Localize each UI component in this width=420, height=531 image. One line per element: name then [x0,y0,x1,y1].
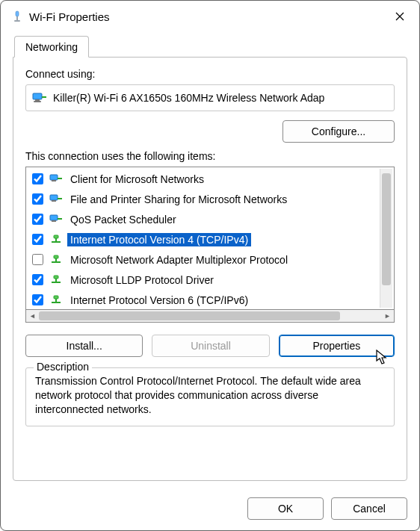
client-icon [49,214,63,226]
client-icon [49,193,63,205]
list-item[interactable]: File and Printer Sharing for Microsoft N… [29,189,380,209]
items-label: This connection uses the following items… [25,150,395,162]
hscroll-thumb[interactable] [39,311,340,320]
item-label: Internet Protocol Version 4 (TCP/IPv4) [67,233,251,246]
protocol-icon [49,274,63,286]
svg-rect-10 [52,180,56,181]
svg-rect-29 [54,296,58,299]
svg-rect-17 [58,218,62,220]
adapter-name: Killer(R) Wi-Fi 6 AX1650s 160MHz Wireles… [53,92,324,104]
wifi-properties-icon [11,10,23,22]
cancel-button[interactable]: Cancel [331,497,407,520]
svg-rect-23 [54,255,58,258]
svg-rect-9 [50,175,58,180]
list-item[interactable]: Internet Protocol Version 6 (TCP/IPv6) [29,290,380,308]
properties-button[interactable]: Properties [279,335,395,357]
svg-rect-8 [42,96,46,98]
protocol-icon [49,234,63,246]
svg-rect-13 [52,200,56,202]
titlebar: Wi-Fi Properties [1,1,419,31]
svg-rect-14 [58,198,62,199]
list-item[interactable]: Microsoft Network Adapter Multiplexor Pr… [29,249,380,270]
close-button[interactable] [389,6,410,27]
item-checkbox[interactable] [32,234,43,245]
svg-rect-16 [52,220,56,222]
item-checkbox[interactable] [32,254,43,265]
client-icon [49,173,63,185]
item-label: File and Printer Sharing for Microsoft N… [67,193,290,206]
list-item[interactable]: QoS Packet Scheduler [29,209,380,229]
protocol-icon [49,294,63,306]
svg-rect-7 [34,101,41,102]
svg-rect-11 [58,178,62,179]
item-label: Microsoft Network Adapter Multiplexor Pr… [67,253,291,267]
connection-items-list[interactable]: Client for Microsoft NetworksFile and Pr… [25,167,395,310]
item-checkbox[interactable] [32,294,43,305]
network-adapter-icon [32,92,47,104]
adapter-box[interactable]: Killer(R) Wi-Fi 6 AX1650s 160MHz Wireles… [25,84,395,111]
svg-rect-5 [33,93,42,99]
dialog-button-row: OK Cancel [1,488,419,530]
item-checkbox[interactable] [32,173,43,184]
item-label: QoS Packet Scheduler [67,213,179,226]
wifi-properties-window: Wi-Fi Properties Networking Connect usin… [0,0,420,531]
item-checkbox[interactable] [32,274,43,285]
svg-rect-1 [16,16,18,20]
list-item[interactable]: Microsoft LLDP Protocol Driver [29,270,380,290]
item-label: Internet Protocol Version 6 (TCP/IPv6) [67,294,251,307]
scrollbar-thumb[interactable] [382,173,391,285]
vertical-scrollbar[interactable] [380,169,392,308]
configure-button[interactable]: Configure... [282,120,395,143]
description-legend: Description [34,361,92,373]
list-item[interactable]: Internet Protocol Version 4 (TCP/IPv4) [29,229,380,249]
svg-rect-0 [16,11,19,16]
protocol-icon [49,254,63,266]
item-checkbox[interactable] [32,193,43,205]
list-item[interactable]: Client for Microsoft Networks [29,169,380,189]
window-title: Wi-Fi Properties [29,10,389,23]
svg-rect-26 [54,276,58,279]
svg-rect-20 [54,235,58,238]
uninstall-button: Uninstall [152,335,269,357]
scroll-right-arrow[interactable]: ► [381,310,394,323]
item-checkbox[interactable] [32,214,43,225]
svg-rect-6 [35,99,40,101]
description-text: Transmission Control Protocol/Internet P… [35,374,385,417]
tab-strip: Networking [13,34,407,58]
tab-networking[interactable]: Networking [14,36,89,58]
tab-panel-networking: Connect using: Killer(R) Wi-Fi 6 AX1650s… [13,57,407,481]
install-button[interactable]: Install... [25,335,143,357]
connect-using-label: Connect using: [25,68,395,80]
svg-rect-2 [14,20,20,22]
ok-button[interactable]: OK [247,497,324,520]
svg-rect-12 [50,195,58,200]
scroll-left-arrow[interactable]: ◄ [26,310,39,323]
item-label: Client for Microsoft Networks [67,173,207,186]
client-area: Networking Connect using: Killer(R) Wi-F… [1,31,419,488]
horizontal-scrollbar[interactable]: ◄ ► [25,310,395,323]
svg-rect-15 [50,215,58,220]
item-label: Microsoft LLDP Protocol Driver [67,273,217,287]
description-group: Description Transmission Control Protoco… [25,367,395,426]
